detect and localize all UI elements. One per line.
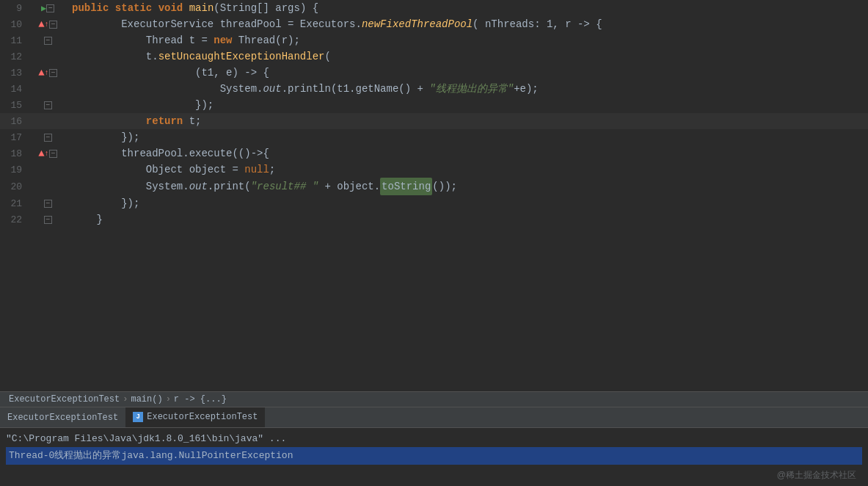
fn-main: main <box>189 0 214 16</box>
editor-container: 9 ▶ − public static void main (String[] … <box>0 0 868 486</box>
tab-label-1: ExecutorExceptionTest <box>7 413 118 423</box>
line-number-9: 9 <box>0 0 29 16</box>
code-content-17: }); <box>66 129 868 145</box>
line-number-20: 20 <box>0 178 29 195</box>
code-lines: 9 ▶ − public static void main (String[] … <box>0 0 868 391</box>
code-content-14: System.out.println(t1.getName() + "线程抛出的… <box>66 81 868 97</box>
code-line-21: 21 − }); <box>0 195 868 211</box>
gutter-10: ▲ ↑ − <box>29 16 66 32</box>
gutter-12 <box>29 48 66 65</box>
line-number-22: 22 <box>0 211 29 228</box>
fold-icon-17[interactable]: − <box>44 134 52 142</box>
code-line-22: 22 − } <box>0 211 868 228</box>
gutter-21: − <box>29 195 66 211</box>
watermark: @稀土掘金技术社区 <box>777 469 856 482</box>
fold-icon-11[interactable]: − <box>44 37 52 45</box>
fold-icon-13[interactable]: − <box>49 69 57 77</box>
code-content-12: t.setUncaughtExceptionHandler( <box>66 48 868 65</box>
code-line-10: 10 ▲ ↑ − ExecutorService threadPool = Ex… <box>0 16 868 32</box>
fold-icon-15[interactable]: − <box>44 101 52 109</box>
line-number-16: 16 <box>0 113 29 129</box>
code-line-13: 13 ▲ ↑ − (t1, e) -> { <box>0 65 868 81</box>
tab-executor-java[interactable]: J ExecutorExceptionTest <box>125 407 265 427</box>
breakpoint-icon-10[interactable]: ▲ <box>38 18 44 30</box>
code-line-19: 19 Object object = null; <box>0 162 868 178</box>
code-line-18: 18 ▲ ↑ − threadPool.execute(()->{ <box>0 145 868 162</box>
kw-void: void <box>158 0 183 16</box>
code-line-14: 14 System.out.println(t1.getName() + "线程… <box>0 81 868 97</box>
breadcrumb-class[interactable]: ExecutorExceptionTest <box>9 394 120 405</box>
code-content-18: threadPool.execute(()->{ <box>66 145 868 162</box>
breakpoint-icon-13[interactable]: ▲ <box>38 67 44 79</box>
kw-public: public <box>72 0 109 16</box>
run-icon[interactable]: ▶ <box>41 3 46 14</box>
code-line-17: 17 − }); <box>0 129 868 145</box>
gutter-15: − <box>29 97 66 113</box>
code-content-20: System.out.print("result## " + object.to… <box>66 178 868 195</box>
code-area: 9 ▶ − public static void main (String[] … <box>0 0 868 407</box>
code-text: (String[] args) { <box>214 0 318 16</box>
gutter-14 <box>29 81 66 97</box>
code-content-19: Object object = null; <box>66 162 868 178</box>
kw-static: static <box>115 0 152 16</box>
gutter-17: − <box>29 129 66 145</box>
code-content-22: } <box>66 211 868 228</box>
fold-icon-22[interactable]: − <box>44 216 52 224</box>
breadcrumb-sep-1: › <box>123 394 128 405</box>
console-line-1: "C:\Program Files\Java\jdk1.8.0_161\bin\… <box>6 431 862 447</box>
line-number-10: 10 <box>0 16 29 32</box>
fold-icon-10[interactable]: − <box>49 21 57 29</box>
line-number-12: 12 <box>0 48 29 65</box>
breakpoint-icon-18[interactable]: ▲ <box>38 148 44 159</box>
line-number-15: 15 <box>0 97 29 113</box>
code-line-15: 15 − }); <box>0 97 868 113</box>
java-icon: J <box>133 412 143 422</box>
gutter-22: − <box>29 211 66 228</box>
code-content-16: return t; <box>66 113 868 129</box>
code-line-9: 9 ▶ − public static void main (String[] … <box>0 0 868 16</box>
breadcrumb-lambda[interactable]: r -> {...} <box>174 394 227 405</box>
gutter-18: ▲ ↑ − <box>29 145 66 162</box>
gutter-13: ▲ ↑ − <box>29 65 66 81</box>
fold-icon-18[interactable]: − <box>49 150 57 158</box>
code-line-12: 12 t.setUncaughtExceptionHandler( <box>0 48 868 65</box>
fold-icon-9[interactable]: − <box>46 4 54 12</box>
gutter-20 <box>29 178 66 195</box>
breadcrumb-sep-2: › <box>166 394 171 405</box>
line-number-11: 11 <box>0 32 29 48</box>
tab-executor-text[interactable]: ExecutorExceptionTest <box>0 407 125 427</box>
breadcrumb-bar: ExecutorExceptionTest › main() › r -> {.… <box>0 391 868 407</box>
code-line-11: 11 − Thread t = new Thread(r); <box>0 32 868 48</box>
code-content-11: Thread t = new Thread(r); <box>66 32 868 48</box>
fold-icon-21[interactable]: − <box>44 200 52 208</box>
line-number-17: 17 <box>0 129 29 145</box>
code-content-13: (t1, e) -> { <box>66 65 868 81</box>
breadcrumb-method[interactable]: main() <box>131 394 162 405</box>
code-content-10: ExecutorService threadPool = Executors.n… <box>66 16 868 32</box>
line-number-19: 19 <box>0 162 29 178</box>
console-area: "C:\Program Files\Java\jdk1.8.0_161\bin\… <box>0 427 868 486</box>
code-content-21: }); <box>66 195 868 211</box>
code-line-16: 16 return t; <box>0 113 868 129</box>
console-line-2: Thread-0线程抛出的异常java.lang.NullPointerExce… <box>6 447 862 465</box>
console-line-2-wrapper: Thread-0线程抛出的异常java.lang.NullPointerExce… <box>6 447 862 465</box>
gutter-16 <box>29 113 66 129</box>
tab-label-2: ExecutorExceptionTest <box>147 412 258 422</box>
code-content-9: public static void main (String[] args) … <box>66 0 868 16</box>
bottom-tabs: ExecutorExceptionTest J ExecutorExceptio… <box>0 407 868 427</box>
gutter-9: ▶ − <box>29 0 66 16</box>
code-line-20: 20 System.out.print("result## " + object… <box>0 178 868 195</box>
gutter-11: − <box>29 32 66 48</box>
code-content-15: }); <box>66 97 868 113</box>
line-number-14: 14 <box>0 81 29 97</box>
line-number-21: 21 <box>0 195 29 211</box>
gutter-19 <box>29 162 66 178</box>
line-number-13: 13 <box>0 65 29 81</box>
line-number-18: 18 <box>0 145 29 162</box>
